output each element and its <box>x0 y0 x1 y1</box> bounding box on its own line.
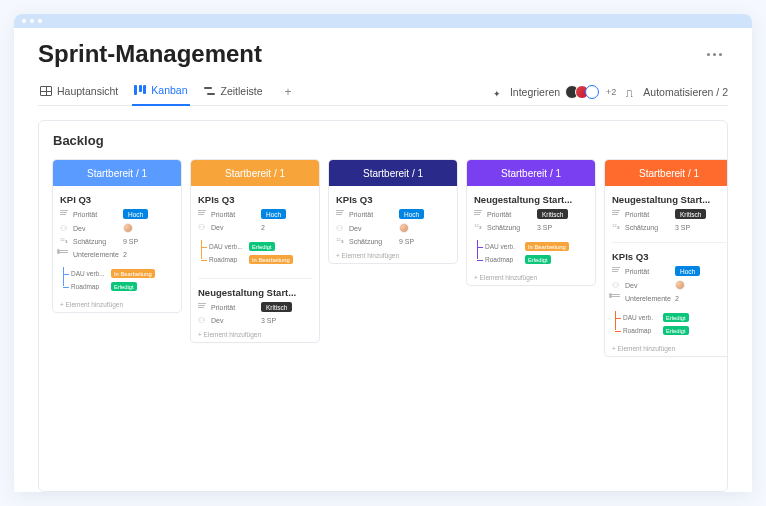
label: Priorität <box>211 211 257 218</box>
column: Startbereit / 1 KPIs Q3 Priorität Hoch <box>329 160 457 263</box>
column-header[interactable]: Startbereit / 1 <box>605 160 728 186</box>
tab-timeline[interactable]: Zeitleiste <box>202 79 265 105</box>
tab-main[interactable]: Hauptansicht <box>38 79 120 105</box>
label: Unterelemente <box>73 251 119 258</box>
integration-icon <box>585 85 599 99</box>
sub-tree: DAU verb... Erledigt Roadmap In Bearbeit… <box>198 242 312 268</box>
person-icon <box>198 316 207 325</box>
sub-item[interactable]: Roadmap Erledigt <box>479 255 588 264</box>
integrate-label: Integrieren <box>510 86 560 98</box>
label: Unterelemente <box>625 295 671 302</box>
sub-item[interactable]: Roadmap In Bearbeitung <box>203 255 312 264</box>
board-title: Backlog <box>53 133 717 148</box>
sp-value: 9 SP <box>123 238 138 245</box>
row-dev: Dev <box>336 223 450 233</box>
row-dev: Dev 3 SP <box>198 316 312 325</box>
column-header[interactable]: Startbereit / 1 <box>191 160 319 186</box>
tabs-right: Integrieren +2 Automatisieren / 2 <box>493 85 728 99</box>
row-estimate: Schätzung 3 SP <box>474 223 588 232</box>
column: Startbereit / 1 KPIs Q3 Priorität Hoch <box>191 160 319 342</box>
status-pill: In Bearbeitung <box>249 255 293 264</box>
sparkle-icon <box>493 87 505 97</box>
integrate-button[interactable]: Integrieren +2 <box>493 85 616 99</box>
sub-item[interactable]: DAU verb... Erledigt <box>203 242 312 251</box>
sub-tree: DAU verb. Erledigt Roadmap Erledigt <box>612 313 726 339</box>
add-element-button[interactable]: + Element hinzufügen <box>198 331 312 338</box>
row-subitems: Unterelemente 2 <box>60 250 174 259</box>
status-pill: Erledigt <box>249 242 275 251</box>
avatar <box>675 280 685 290</box>
dev-value: 2 <box>261 224 265 231</box>
label: Dev <box>211 317 257 324</box>
card-title: Neugestaltung Start... <box>612 194 726 205</box>
tabs-bar: Hauptansicht Kanban Zeitleiste + Integri… <box>38 78 728 106</box>
status-pill: In Bearbeitung <box>111 269 155 278</box>
status-pill: Erledigt <box>111 282 137 291</box>
row-estimate: Schätzung 3 SP <box>612 223 726 232</box>
page-title: Sprint-Management <box>38 40 262 68</box>
board: Backlog Startbereit / 1 KPI Q3 Priorität… <box>38 120 728 492</box>
priority-icon <box>198 303 207 312</box>
column-header[interactable]: Startbereit / 1 <box>329 160 457 186</box>
status-pill: In Bearbeitung <box>525 242 569 251</box>
label: Priorität <box>625 268 671 275</box>
more-menu-button[interactable] <box>701 47 728 62</box>
label: Dev <box>349 225 395 232</box>
kanban-icon <box>134 85 146 95</box>
row-priority: Priorität Hoch <box>60 209 174 219</box>
card[interactable]: Neugestaltung Start... Priorität Kritisc… <box>612 194 726 232</box>
label: Dev <box>625 282 671 289</box>
column-header[interactable]: Startbereit / 1 <box>467 160 595 186</box>
priority-pill: Hoch <box>261 209 286 219</box>
label: Priorität <box>487 211 533 218</box>
sp-value: 3 SP <box>675 224 690 231</box>
card[interactable]: KPIs Q3 Priorität Hoch Dev <box>612 242 726 339</box>
tabs-left: Hauptansicht Kanban Zeitleiste + <box>38 78 300 105</box>
card[interactable]: KPI Q3 Priorität Hoch Dev <box>60 194 174 295</box>
tab-label: Hauptansicht <box>57 85 118 97</box>
person-icon <box>612 281 621 290</box>
add-element-button[interactable]: + Element hinzufügen <box>474 274 588 281</box>
sub-item[interactable]: DAU verb... In Bearbeitung <box>65 269 174 278</box>
row-dev: Dev <box>612 280 726 290</box>
card[interactable]: KPIs Q3 Priorität Hoch Dev 2 <box>198 194 312 268</box>
row-dev: Dev 2 <box>198 223 312 232</box>
row-priority: Priorität Kritisch <box>198 302 312 312</box>
column-header[interactable]: Startbereit / 1 <box>53 160 181 186</box>
sub-item[interactable]: Roadmap Erledigt <box>617 326 726 335</box>
sub-count: 2 <box>675 295 679 302</box>
label: Schätzung <box>487 224 533 231</box>
subitems-icon <box>612 294 621 303</box>
number-icon <box>336 237 345 246</box>
app-window: Sprint-Management Hauptansicht Kanban Ze… <box>14 14 752 492</box>
row-estimate: Schätzung 9 SP <box>336 237 450 246</box>
card[interactable]: Neugestaltung Start... Priorität Kritisc… <box>474 194 588 268</box>
card[interactable]: Neugestaltung Start... Priorität Kritisc… <box>198 278 312 325</box>
card-title: KPI Q3 <box>60 194 174 205</box>
label: Priorität <box>73 211 119 218</box>
add-element-button[interactable]: + Element hinzufügen <box>336 252 450 259</box>
priority-icon <box>612 210 621 219</box>
priority-pill: Hoch <box>123 209 148 219</box>
card[interactable]: KPIs Q3 Priorität Hoch Dev <box>336 194 450 246</box>
person-icon <box>336 224 345 233</box>
sub-label: DAU verb. <box>485 243 521 250</box>
card-title: KPIs Q3 <box>198 194 312 205</box>
add-element-button[interactable]: + Element hinzufügen <box>612 345 726 352</box>
status-pill: Erledigt <box>663 326 689 335</box>
sub-label: DAU verb. <box>623 314 659 321</box>
priority-icon <box>60 210 69 219</box>
tab-kanban[interactable]: Kanban <box>132 78 189 106</box>
header-row: Sprint-Management <box>38 40 728 68</box>
sp-value: 3 SP <box>537 224 552 231</box>
sub-item[interactable]: DAU verb. In Bearbeitung <box>479 242 588 251</box>
automate-button[interactable]: Automatisieren / 2 <box>626 86 728 98</box>
number-icon <box>474 223 483 232</box>
add-element-button[interactable]: + Element hinzufügen <box>60 301 174 308</box>
row-priority: Priorität Hoch <box>612 266 726 276</box>
sub-tree: DAU verb... In Bearbeitung Roadmap Erled… <box>60 269 174 295</box>
tab-label: Zeitleiste <box>221 85 263 97</box>
sub-item[interactable]: DAU verb. Erledigt <box>617 313 726 322</box>
sub-item[interactable]: Roadmap Erledigt <box>65 282 174 291</box>
add-tab-button[interactable]: + <box>277 81 300 103</box>
